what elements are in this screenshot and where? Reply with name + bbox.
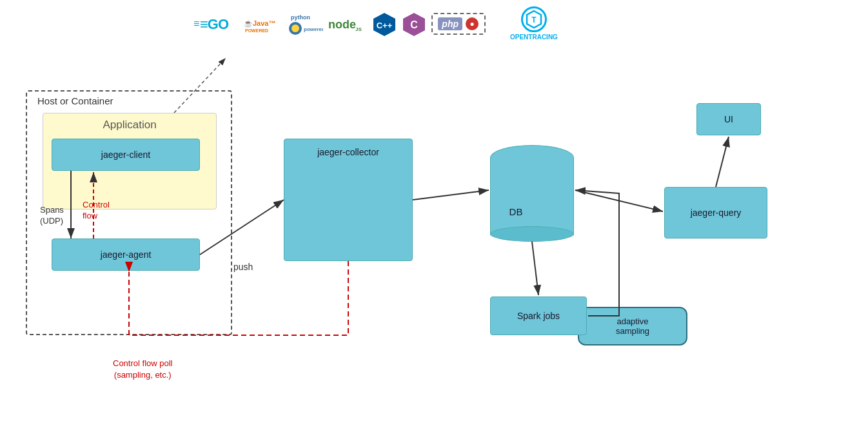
svg-text:≡GO: ≡GO — [200, 16, 229, 32]
jaeger-query-label: jaeger-query — [691, 208, 742, 218]
jaeger-agent-box: jaeger-agent — [52, 238, 200, 271]
opentracing-icon: T — [521, 6, 547, 32]
nodejs-logo: node JS — [328, 14, 367, 34]
jaeger-client-box: jaeger-client — [52, 139, 200, 171]
ui-label: UI — [724, 114, 733, 124]
db-cylinder — [490, 145, 574, 242]
ui-box: UI — [696, 103, 761, 135]
control-flow-poll-label: Control flow poll (sampling, etc.) — [113, 358, 173, 381]
opentracing-label: OPENTRACING — [510, 34, 558, 41]
app-label: Application — [103, 119, 156, 131]
svg-text:node: node — [328, 18, 356, 31]
diagram-container: ≡GO ☕Java™ POWERED python powered node J… — [0, 0, 868, 428]
svg-text:C++: C++ — [377, 21, 393, 30]
svg-line-25 — [575, 190, 663, 211]
svg-text:☕Java™: ☕Java™ — [244, 19, 275, 28]
svg-text:C: C — [411, 19, 419, 30]
svg-text:POWERED: POWERED — [245, 28, 268, 33]
spark-jobs-box: Spark jobs — [490, 297, 587, 335]
python-logo: python powered — [288, 12, 323, 36]
svg-text:powered: powered — [304, 26, 323, 32]
svg-point-5 — [291, 24, 299, 32]
svg-line-26 — [716, 137, 729, 187]
spark-jobs-label: Spark jobs — [517, 311, 560, 321]
go-logo: ≡GO — [193, 15, 239, 33]
opentracing-logo: T OPENTRACING — [510, 6, 558, 41]
svg-text:JS: JS — [355, 26, 362, 32]
adaptive-sampling-box: adaptivesampling — [578, 307, 687, 345]
jaeger-collector-box: jaeger-collector adaptivesampling — [284, 139, 413, 261]
push-label: push — [233, 262, 253, 272]
svg-text:T: T — [531, 15, 537, 24]
db-label: DB — [509, 206, 523, 217]
svg-text:●: ● — [469, 19, 474, 28]
adaptive-sampling-label: adaptivesampling — [616, 316, 649, 336]
php-text: php — [438, 17, 462, 30]
db-cylinder-body — [490, 158, 574, 235]
svg-line-24 — [413, 190, 489, 200]
db-cylinder-bottom — [490, 226, 574, 242]
java-logo: ☕Java™ POWERED — [244, 14, 282, 34]
jaeger-collector-label: jaeger-collector — [317, 147, 379, 157]
spans-udp-label: Spans (UDP) — [40, 205, 64, 227]
php-logo: php ● — [431, 13, 486, 35]
jaeger-client-label: jaeger-client — [101, 150, 150, 160]
host-label: Host or Container — [37, 95, 113, 106]
control-flow-label: Control flow — [83, 200, 110, 222]
jaeger-query-box: jaeger-query — [664, 187, 767, 238]
logos-row: ≡GO ☕Java™ POWERED python powered node J… — [193, 6, 558, 41]
svg-text:python: python — [291, 14, 310, 21]
cpp-logo: C++ — [372, 12, 397, 36]
svg-line-27 — [532, 242, 538, 295]
jaeger-agent-label: jaeger-agent — [101, 249, 152, 260]
c-logo: C — [402, 12, 426, 36]
